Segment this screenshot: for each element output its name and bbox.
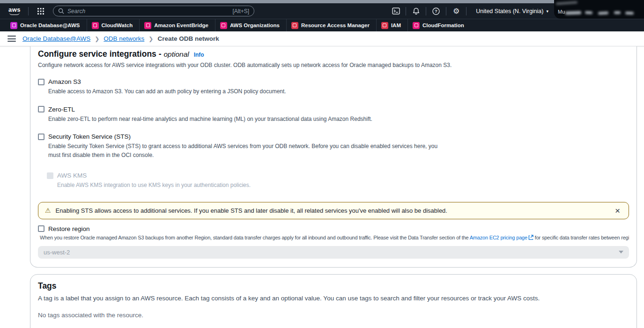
restore-region-select-value: us-west-2 xyxy=(44,249,70,256)
zero-etl-description: Enable zero-ETL to perform near real-tim… xyxy=(48,115,629,124)
divider xyxy=(466,7,466,15)
region-label: United States (N. Virginia) xyxy=(476,8,543,15)
sts-description: Enable Security Token Service (STS) to g… xyxy=(48,142,439,159)
info-link[interactable]: Info xyxy=(194,52,204,58)
aws-kms-description: Enable AWS KMS integration to use KMS ke… xyxy=(57,181,629,190)
zero-etl-label: Zero-ETL xyxy=(48,106,75,113)
aws-kms-checkbox xyxy=(47,172,53,179)
search-shortcut: [Alt+S] xyxy=(232,8,249,15)
tags-description: A tag is a label that you assign to an A… xyxy=(38,295,629,302)
notifications-bell-icon[interactable] xyxy=(409,6,423,17)
aws-logo[interactable]: aws xyxy=(8,7,21,15)
search-input[interactable]: Search [Alt+S] xyxy=(53,6,254,16)
favorite-resource-access-manager[interactable]: Resource Access Manager xyxy=(286,19,374,31)
aws-kms-label: AWS KMS xyxy=(57,172,87,179)
region-selector[interactable]: United States (N. Virginia) ▾ xyxy=(476,8,548,15)
aws-logo-smile xyxy=(9,12,20,15)
cloudformation-service-icon xyxy=(413,22,420,29)
search-placeholder: Search xyxy=(67,8,232,15)
help-icon[interactable]: ? xyxy=(429,6,443,17)
amazon-s3-label: Amazon S3 xyxy=(48,78,81,85)
eventbridge-service-icon xyxy=(144,22,151,29)
chevron-right-icon: ❯ xyxy=(95,36,99,42)
svg-text:?: ? xyxy=(435,8,437,14)
services-grid-icon[interactable] xyxy=(37,7,44,15)
breadcrumb-link-oracle-database[interactable]: Oracle Database@AWS xyxy=(22,35,90,42)
external-link-icon xyxy=(528,235,533,241)
configure-service-integrations-card: Configure service integrations - optiona… xyxy=(30,46,637,268)
restore-region-description: When you restore Oracle managed Amazon S… xyxy=(40,235,629,241)
favorite-oracle-database-aws[interactable]: Oracle Database@AWS xyxy=(6,19,85,31)
favorite-cloudformation[interactable]: CloudFormation xyxy=(407,19,469,31)
divider xyxy=(406,7,406,15)
restore-region-label: Restore region xyxy=(48,225,90,232)
close-icon[interactable]: × xyxy=(613,206,622,215)
oracle-database-service-icon xyxy=(10,22,17,29)
select-caret-icon xyxy=(619,251,623,253)
favorite-cloudwatch[interactable]: CloudWatch xyxy=(87,19,138,31)
option-aws-kms: AWS KMS Enable AWS KMS integration to us… xyxy=(47,172,629,190)
breadcrumb-bar: Oracle Database@AWS ❯ ODB networks ❯ Cre… xyxy=(0,31,644,46)
divider xyxy=(28,7,29,15)
cloudwatch-service-icon xyxy=(92,22,99,29)
tags-card: Tags A tag is a label that you assign to… xyxy=(30,274,637,328)
favorite-iam[interactable]: IAM xyxy=(376,19,406,31)
main-content: Configure service integrations - optiona… xyxy=(0,46,644,328)
side-menu-icon[interactable] xyxy=(7,36,16,42)
chevron-right-icon: ❯ xyxy=(148,36,153,42)
settings-gear-icon[interactable]: ⚙ xyxy=(449,6,463,17)
warning-icon: ⚠ xyxy=(45,207,51,214)
chevron-down-icon: ▾ xyxy=(546,9,548,14)
zero-etl-checkbox[interactable] xyxy=(38,106,44,112)
breadcrumb-current: Create ODB network xyxy=(157,35,219,42)
restore-region-select: us-west-2 xyxy=(38,246,629,259)
breadcrumb: Oracle Database@AWS ❯ ODB networks ❯ Cre… xyxy=(22,35,219,42)
organizations-service-icon xyxy=(220,22,227,29)
divider xyxy=(426,7,426,15)
tags-empty-text: No tags associated with the resource. xyxy=(38,312,629,319)
search-icon xyxy=(58,8,64,14)
option-sts: Security Token Service (STS) Enable Secu… xyxy=(38,133,629,159)
ram-service-icon xyxy=(291,22,298,29)
iam-service-icon xyxy=(381,22,388,29)
section-title: Configure service integrations - optiona… xyxy=(38,49,189,59)
favorite-organizations[interactable]: AWS Organizations xyxy=(215,19,284,31)
optional-label: optional xyxy=(163,50,189,58)
restore-region-checkbox[interactable] xyxy=(38,225,44,232)
section-description: Configure network access for AWS service… xyxy=(38,62,629,68)
sts-checkbox[interactable] xyxy=(38,134,44,140)
option-zero-etl: Zero-ETL Enable zero-ETL to perform near… xyxy=(38,106,629,124)
cloudshell-icon[interactable] xyxy=(389,6,403,17)
amazon-s3-checkbox[interactable] xyxy=(38,79,44,85)
window-top-strip xyxy=(0,0,644,3)
tags-title: Tags xyxy=(38,281,629,291)
divider xyxy=(446,7,446,15)
account-menu-redacted[interactable]: Mu xyxy=(554,0,644,19)
breadcrumb-link-odb-networks[interactable]: ODB networks xyxy=(104,35,144,42)
favorite-eventbridge[interactable]: Amazon EventBridge xyxy=(139,19,213,31)
amazon-s3-description: Enable access to Amazon S3. You can add … xyxy=(48,87,629,96)
option-restore-region: Restore region When you restore Oracle m… xyxy=(38,225,629,259)
account-label: Mu xyxy=(558,9,565,15)
warning-text: Enabling STS allows access to additional… xyxy=(56,207,608,214)
sts-warning-banner: ⚠ Enabling STS allows access to addition… xyxy=(38,202,629,219)
favorites-bar: Oracle Database@AWS CloudWatch Amazon Ev… xyxy=(0,19,644,31)
top-navigation-bar: aws Search [Alt+S] ? ⚙ United Sta xyxy=(0,3,644,19)
option-amazon-s3: Amazon S3 Enable access to Amazon S3. Yo… xyxy=(38,78,629,96)
aws-logo-text: aws xyxy=(8,7,21,12)
ec2-pricing-link[interactable]: Amazon EC2 pricing page xyxy=(470,235,527,240)
sts-label: Security Token Service (STS) xyxy=(48,133,131,140)
